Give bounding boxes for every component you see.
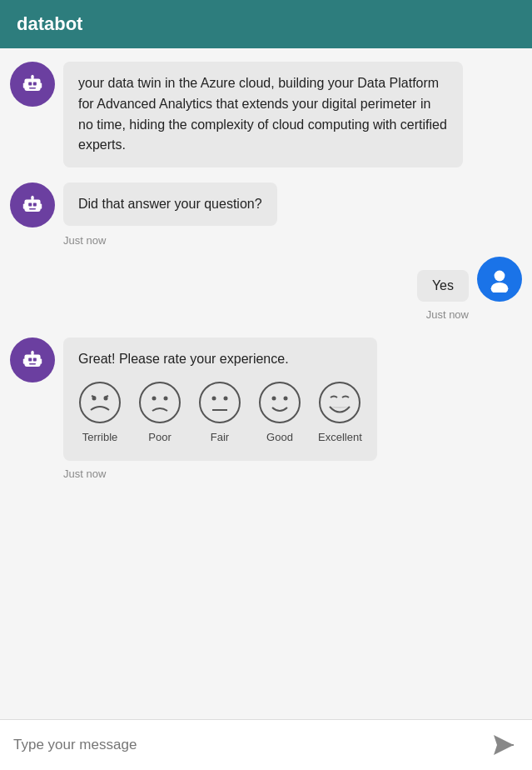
excellent-label: Excellent [318, 429, 362, 446]
svg-point-29 [140, 382, 180, 422]
rating-poor[interactable]: Poor [138, 381, 181, 446]
svg-rect-11 [29, 208, 36, 210]
svg-point-26 [80, 382, 120, 422]
poor-emoji [138, 381, 181, 424]
svg-rect-9 [28, 203, 32, 207]
user-message-text: Yes [432, 278, 454, 292]
svg-rect-8 [24, 200, 40, 212]
message-input[interactable] [13, 737, 489, 753]
bot-bubble-2: Did that answer your question? [63, 182, 277, 226]
svg-rect-0 [24, 79, 40, 91]
bot-bubble-1: your data twin in the Azure cloud, build… [63, 62, 463, 168]
svg-point-5 [31, 75, 33, 78]
user-timestamp: Just now [10, 308, 469, 321]
user-bubble: Yes [417, 270, 469, 302]
svg-point-13 [31, 196, 33, 198]
fair-emoji [198, 381, 241, 424]
bot-message-2-text: Did that answer your question? [78, 197, 262, 211]
svg-point-23 [31, 351, 33, 353]
user-icon [486, 266, 513, 292]
svg-point-38 [284, 397, 288, 401]
bot-icon-3 [19, 347, 46, 373]
svg-rect-7 [40, 82, 42, 88]
svg-rect-14 [23, 204, 25, 209]
input-area [0, 719, 532, 770]
svg-rect-20 [33, 358, 37, 362]
bot-avatar [10, 62, 55, 107]
terrible-emoji [78, 381, 122, 424]
app-title: databot [17, 13, 82, 34]
send-button[interactable] [489, 730, 519, 760]
excellent-emoji [318, 381, 361, 424]
svg-point-37 [272, 397, 276, 401]
bot-icon [19, 71, 46, 98]
rating-fair[interactable]: Fair [198, 381, 241, 446]
svg-rect-19 [28, 358, 32, 362]
svg-point-36 [260, 382, 300, 422]
fair-label: Fair [211, 429, 229, 446]
svg-rect-25 [40, 359, 42, 364]
svg-rect-3 [29, 88, 36, 89]
svg-rect-21 [29, 363, 36, 365]
svg-rect-2 [33, 82, 37, 86]
send-icon [492, 733, 515, 757]
rating-excellent[interactable]: Excellent [318, 381, 362, 446]
rating-terrible[interactable]: Terrible [78, 381, 122, 446]
terrible-label: Terrible [82, 429, 118, 446]
chat-area: your data twin in the Azure cloud, build… [0, 48, 532, 719]
svg-rect-6 [23, 82, 25, 88]
svg-rect-1 [28, 82, 32, 86]
svg-point-16 [495, 271, 505, 282]
user-avatar [477, 257, 522, 302]
svg-point-34 [224, 397, 228, 401]
svg-rect-15 [40, 204, 42, 209]
bot-message-row-3: Great! Please rate your experience. Terr… [10, 338, 522, 461]
rating-row: Terrible Poor [78, 381, 362, 446]
svg-rect-10 [33, 203, 37, 207]
poor-label: Poor [148, 429, 171, 446]
bot-message-row-2: Did that answer your question? [10, 182, 522, 228]
svg-point-17 [491, 282, 509, 292]
svg-point-30 [152, 397, 157, 401]
good-emoji [258, 381, 301, 424]
svg-rect-24 [23, 359, 25, 364]
svg-point-33 [212, 397, 216, 401]
bot-message-3-text: Great! Please rate your experience. [78, 352, 289, 366]
rating-good[interactable]: Good [258, 381, 301, 446]
bot-message-row: your data twin in the Azure cloud, build… [10, 62, 522, 168]
good-label: Good [266, 429, 293, 446]
bot-bubble-3: Great! Please rate your experience. Terr… [63, 338, 377, 461]
svg-rect-18 [24, 355, 40, 367]
bot-avatar-3 [10, 338, 55, 382]
svg-point-32 [200, 382, 240, 422]
bot-timestamp-3: Just now [63, 468, 522, 480]
bot-message-1-text: your data twin in the Azure cloud, build… [78, 76, 447, 152]
user-message-row: Yes [10, 257, 522, 302]
bot-avatar-2 [10, 182, 55, 228]
header: databot [0, 0, 532, 48]
bot-icon-2 [19, 192, 46, 218]
svg-point-31 [164, 397, 168, 401]
bot-timestamp-2: Just now [63, 234, 522, 247]
svg-point-39 [320, 382, 360, 422]
